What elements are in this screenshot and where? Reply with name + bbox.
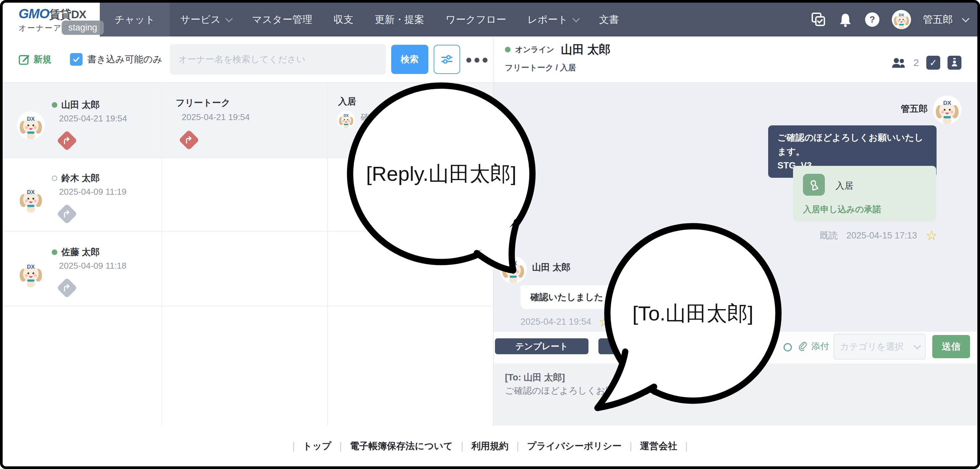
nav-workflow-label: ワークフロー	[445, 13, 506, 27]
template-button[interactable]: テンプレート	[495, 338, 589, 354]
room-timestamp: 2025-04-21 19:54	[182, 112, 250, 123]
filter-sliders-icon	[440, 53, 453, 66]
filter-button[interactable]	[434, 45, 460, 74]
footer-link-terms[interactable]: 利用規約	[463, 440, 517, 452]
owner-avatar	[17, 259, 45, 287]
contact-card-icon[interactable]	[948, 56, 961, 70]
owner-timestamp: 2025-04-09 11:19	[59, 187, 126, 197]
owner-list-panel: 山田 太郎 2025-04-21 19:54 フリートーク 2025-04-21…	[3, 83, 493, 426]
circle-icon[interactable]	[783, 342, 793, 352]
footer-divider: |	[517, 440, 519, 452]
nav-master[interactable]: マスター管理	[241, 3, 323, 37]
screenshot-frame: GMO賃貸DX オーナーアプリ チャット サービス マスター管理 収支 更新・提…	[0, 0, 980, 469]
chat-header: オンライン 山田 太郎 フリートーク / 入居 2 ✓	[493, 37, 977, 83]
category-select[interactable]: カテゴリを選択	[834, 334, 926, 359]
room-avatar	[337, 111, 355, 129]
star-icon[interactable]: ☆	[926, 229, 937, 242]
star-icon[interactable]: ☆	[598, 315, 610, 329]
owner-name: 山田 太郎	[61, 99, 100, 111]
writable-only-checkbox[interactable]	[70, 53, 83, 66]
help-icon[interactable]: ?	[865, 12, 880, 27]
nav-documents-label: 文書	[599, 13, 619, 27]
footer-link-top[interactable]: トップ	[295, 440, 339, 452]
sender-avatar	[500, 256, 527, 283]
sender-name: 山田 太郎	[532, 262, 571, 273]
online-status-label: オンライン	[515, 45, 554, 55]
owner-search-input[interactable]	[170, 44, 386, 75]
attach-button[interactable]: 添付	[798, 340, 829, 352]
forward-flag-icon	[57, 278, 77, 298]
environment-badge: staging	[62, 21, 104, 35]
forward-flag-icon	[179, 130, 199, 150]
message-timestamp: 2025-04-15 17:13	[846, 231, 917, 241]
more-options-button[interactable]: ●●●	[466, 53, 490, 66]
footer-link-denshi[interactable]: 電子帳簿保存法について	[342, 440, 461, 452]
new-chat-button[interactable]: 新規	[18, 53, 51, 65]
footer-link-privacy[interactable]: プライバシーポリシー	[519, 440, 629, 452]
footer-link-company[interactable]: 運営会社	[632, 440, 685, 452]
message-timestamp: 2025-04-21 19:54	[520, 317, 591, 327]
status-dot	[52, 249, 57, 255]
nav-balance[interactable]: 収支	[323, 3, 364, 37]
room-title[interactable]: フリートーク	[176, 97, 231, 109]
bell-icon[interactable]	[838, 12, 853, 27]
owner-timestamp: 2025-04-09 11:18	[59, 261, 126, 271]
nav-services-label: サービス	[180, 13, 221, 27]
composer-secondary-button[interactable]	[598, 338, 692, 354]
nav-report[interactable]: レポート	[517, 3, 589, 37]
room-preview: 確認いたしました！	[361, 112, 440, 123]
chevron-down-icon	[962, 15, 970, 22]
message-text: ご確認のほどよろしくお願いいたします。	[778, 131, 927, 158]
nav-renewal-label: 更新・提案	[375, 13, 424, 27]
forward-flag-icon	[57, 204, 77, 224]
check-icon	[72, 55, 81, 64]
sender-name: 管五郎	[901, 103, 928, 115]
owner-row-selected[interactable]: 山田 太郎 2025-04-21 19:54 フリートーク 2025-04-21…	[3, 83, 493, 158]
nav-services[interactable]: サービス	[170, 3, 241, 37]
incoming-message-bubble: 確認いたしました！	[520, 285, 622, 309]
stamp-icon	[803, 174, 825, 196]
chat-partner-name: 山田 太郎	[561, 42, 611, 57]
send-button[interactable]: 送信	[932, 335, 970, 358]
tasks-icon[interactable]	[811, 12, 826, 27]
footer-divider: |	[685, 440, 688, 452]
column-divider	[327, 83, 328, 426]
footer-divider: |	[339, 440, 342, 452]
message-input-body-line: ご確認のほどよろしくお願いいたします。	[505, 384, 977, 397]
top-nav: GMO賃貸DX オーナーアプリ チャット サービス マスター管理 収支 更新・提…	[3, 3, 977, 37]
nav-workflow[interactable]: ワークフロー	[435, 3, 517, 37]
application-card[interactable]: 入居 入居申し込みの承諾	[793, 166, 936, 222]
check-square-icon[interactable]: ✓	[926, 56, 940, 70]
footer: | トップ | 電子帳簿保存法について | 利用規約 | プライバシーポリシー …	[3, 426, 977, 466]
nav-balance-label: 収支	[334, 13, 353, 27]
nav-master-label: マスター管理	[252, 13, 312, 27]
user-name: 管五郎	[923, 13, 953, 27]
nav-report-label: レポート	[527, 13, 568, 27]
message-input[interactable]: [To: 山田 太郎] ご確認のほどよろしくお願いいたします。	[494, 364, 977, 426]
list-toolbar: 新規 書き込み可能のみ 検索 ●●●	[3, 37, 493, 83]
owner-row[interactable]: 鈴木 太郎 2025-04-09 11:19	[3, 158, 493, 231]
nav-documents[interactable]: 文書	[589, 3, 630, 37]
card-tag: 入居	[835, 180, 853, 192]
message-status-row: 既読 2025-04-15 17:13 ☆	[820, 229, 937, 242]
status-dot	[52, 102, 57, 108]
logo-text: GMO賃貸DX	[19, 6, 100, 22]
category-placeholder: カテゴリを選択	[840, 341, 904, 353]
nav-renewal[interactable]: 更新・提案	[364, 3, 435, 37]
members-icon[interactable]	[891, 56, 906, 69]
search-button[interactable]: 検索	[391, 45, 428, 74]
owner-row[interactable]: 佐藤 太郎 2025-04-09 11:18	[3, 231, 493, 306]
user-menu[interactable]: 管五郎	[923, 13, 967, 27]
svg-text:?: ?	[870, 14, 875, 24]
edit-icon	[18, 53, 30, 65]
read-status: 既読	[820, 230, 838, 241]
paperclip-icon	[798, 341, 808, 352]
nav-chat[interactable]: チャット	[100, 3, 170, 37]
room-title[interactable]: 入居	[338, 96, 356, 107]
user-avatar[interactable]	[892, 10, 911, 29]
chat-message-area: 管五郎 ご確認のほどよろしくお願いいたします。 STG_V3 入居 入居申し込み…	[493, 83, 977, 426]
logo-gmo: GMO	[19, 6, 49, 21]
chevron-down-icon	[572, 15, 580, 22]
room-breadcrumb: フリートーク / 入居	[505, 62, 576, 73]
nav-items: チャット サービス マスター管理 収支 更新・提案 ワークフロー レポート 文書	[100, 3, 630, 37]
